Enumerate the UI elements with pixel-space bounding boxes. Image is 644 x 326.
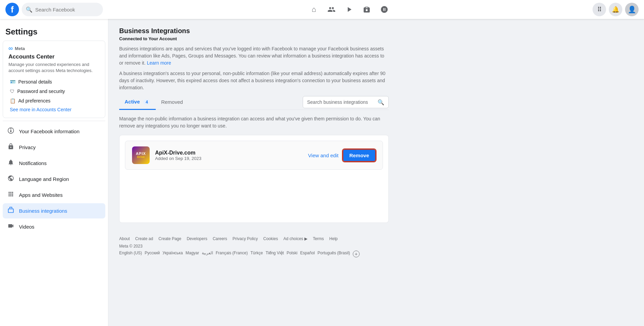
- footer-cookies[interactable]: Cookies: [263, 236, 278, 241]
- footer-terms[interactable]: Terms: [313, 236, 324, 241]
- sidebar-item-apps-websites[interactable]: Apps and Websites: [3, 187, 105, 203]
- groups-nav-button[interactable]: [376, 1, 392, 18]
- integrations-list-inner: APIX Drive ApiX-Drive.com Added on Sep 1…: [120, 135, 388, 177]
- search-integrations-input[interactable]: [307, 99, 375, 105]
- privacy-label: Privacy: [19, 144, 36, 150]
- apps-websites-label: Apps and Websites: [19, 192, 63, 198]
- footer-lang-es[interactable]: Español: [300, 251, 315, 257]
- search-integrations-bar[interactable]: 🔍: [303, 96, 389, 108]
- topnav-right: ⠿ 🔔 👤: [584, 3, 639, 16]
- search-integrations-icon: 🔍: [378, 99, 384, 106]
- footer-lang-ru[interactable]: Русский: [145, 251, 160, 257]
- apix-logo: APIX Drive: [132, 146, 150, 164]
- language-region-icon: [7, 175, 15, 183]
- integration-logo: APIX Drive: [132, 146, 150, 164]
- learn-more-link[interactable]: Learn more: [147, 60, 171, 66]
- sidebar-item-ad-preferences[interactable]: 📋 Ad preferences: [8, 96, 100, 106]
- footer-lang-fr[interactable]: Français (France): [216, 251, 248, 257]
- footer-links: About Create ad Create Page Developers C…: [119, 236, 389, 241]
- sidebar-item-privacy[interactable]: Privacy: [3, 140, 105, 155]
- search-bar[interactable]: 🔍: [22, 3, 103, 16]
- facebook-info-icon: [7, 127, 15, 136]
- meta-icon: ∞: [8, 45, 13, 52]
- tab-active[interactable]: Active 4: [119, 95, 156, 110]
- footer-lang-uk[interactable]: Українська: [163, 251, 183, 257]
- watch-nav-button[interactable]: [341, 1, 357, 18]
- notifications-button[interactable]: 🔔: [609, 3, 622, 16]
- marketplace-nav-button[interactable]: [359, 1, 375, 18]
- description-1: Business integrations are apps and servi…: [119, 45, 389, 67]
- ad-preferences-icon: 📋: [10, 98, 16, 103]
- tab-removed[interactable]: Removed: [156, 95, 188, 110]
- footer-copyright: Meta © 2023: [119, 244, 389, 249]
- footer-create-ad[interactable]: Create ad: [135, 236, 153, 241]
- sidebar-title: Settings: [3, 24, 105, 41]
- see-more-accounts-center-link[interactable]: See more in Accounts Center: [8, 106, 100, 114]
- apps-button[interactable]: ⠿: [593, 3, 606, 16]
- business-integrations-label: Business integrations: [19, 208, 67, 214]
- sidebar-item-password-security[interactable]: 🛡 Password and security: [8, 87, 100, 96]
- accounts-center-description: Manage your connected experiences and ac…: [8, 62, 100, 74]
- integration-actions: View and edit Remove: [308, 149, 376, 162]
- footer-lang-vi[interactable]: Tiếng Việt: [265, 251, 284, 257]
- description-2: A business integration's access to your …: [119, 70, 389, 91]
- home-nav-button[interactable]: ⌂: [306, 1, 322, 18]
- password-security-label: Password and security: [17, 89, 65, 94]
- topnav: f 🔍 ⌂ ⠿ 🔔 👤: [0, 0, 644, 19]
- active-tab-count: 4: [143, 99, 150, 105]
- apps-websites-icon: [7, 191, 15, 199]
- friends-nav-button[interactable]: [323, 1, 340, 18]
- footer-help[interactable]: Help: [329, 236, 338, 241]
- remove-button[interactable]: Remove: [343, 149, 376, 162]
- privacy-icon: [7, 143, 15, 152]
- facebook-info-label: Your Facebook information: [19, 129, 80, 134]
- sidebar-item-facebook-information[interactable]: Your Facebook information: [3, 124, 105, 139]
- footer-privacy-policy[interactable]: Privacy Policy: [233, 236, 258, 241]
- notifications-nav-icon: [7, 159, 15, 167]
- page-title: Business Integrations: [119, 27, 389, 35]
- notifications-label: Notifications: [19, 160, 47, 166]
- footer-lang-pt[interactable]: Português (Brasil): [318, 251, 350, 257]
- footer-lang-hu[interactable]: Magyar: [186, 251, 199, 257]
- footer-careers[interactable]: Careers: [213, 236, 227, 241]
- lang-add-button[interactable]: +: [353, 251, 360, 257]
- business-integrations-icon: [7, 207, 15, 215]
- sidebar-divider-1: [3, 121, 105, 121]
- footer-about[interactable]: About: [119, 236, 130, 241]
- facebook-logo[interactable]: f: [5, 3, 19, 16]
- profile-avatar[interactable]: 👤: [625, 3, 639, 16]
- view-edit-link[interactable]: View and edit: [308, 153, 339, 158]
- footer-languages: English (US) Русский Українська Magyar ا…: [119, 251, 389, 257]
- language-region-label: Language and Region: [19, 176, 69, 182]
- sidebar-item-personal-details[interactable]: 🪪 Personal details: [8, 77, 100, 87]
- videos-icon: [7, 223, 15, 231]
- sidebar-item-language-region[interactable]: Language and Region: [3, 171, 105, 187]
- footer-create-page[interactable]: Create Page: [158, 236, 181, 241]
- search-input[interactable]: [35, 7, 99, 13]
- tabs-row: Active 4 Removed 🔍: [119, 95, 389, 110]
- accounts-card: ∞ Meta Accounts Center Manage your conne…: [3, 41, 105, 118]
- integration-date: Added on Sep 19, 2023: [155, 156, 201, 161]
- footer-ad-choices[interactable]: Ad choices ▶: [283, 236, 307, 241]
- integrations-list: APIX Drive ApiX-Drive.com Added on Sep 1…: [119, 135, 389, 223]
- integration-left: APIX Drive ApiX-Drive.com Added on Sep 1…: [132, 146, 201, 164]
- page-layout: Settings ∞ Meta Accounts Center Manage y…: [0, 19, 644, 326]
- videos-label: Videos: [19, 224, 35, 230]
- personal-details-label: Personal details: [18, 79, 52, 85]
- footer-lang-tr[interactable]: Türkçe: [251, 251, 263, 257]
- footer-lang-en[interactable]: English (US): [119, 251, 142, 257]
- page-subtitle: Connected to Your Account: [119, 36, 389, 41]
- tabs-left: Active 4 Removed: [119, 95, 188, 110]
- meta-label: Meta: [15, 46, 25, 51]
- footer-lang-pl[interactable]: Polski: [286, 251, 297, 257]
- sidebar-item-business-integrations[interactable]: Business integrations: [3, 203, 105, 218]
- sidebar-item-videos[interactable]: Videos: [3, 219, 105, 234]
- topnav-left: f 🔍: [5, 3, 114, 16]
- integration-info: ApiX-Drive.com Added on Sep 19, 2023: [155, 150, 201, 161]
- sidebar-item-notifications[interactable]: Notifications: [3, 156, 105, 171]
- personal-details-icon: 🪪: [10, 79, 16, 85]
- password-security-icon: 🛡: [10, 89, 15, 94]
- sidebar: Settings ∞ Meta Accounts Center Manage y…: [0, 19, 108, 326]
- footer-lang-ar[interactable]: العربية: [202, 251, 213, 257]
- footer-developers[interactable]: Developers: [187, 236, 207, 241]
